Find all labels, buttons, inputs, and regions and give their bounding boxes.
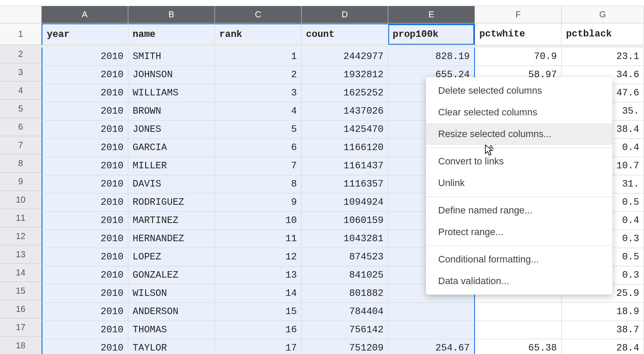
cell[interactable]: 14 [215,285,302,303]
cell[interactable]: 2010 [42,212,128,230]
cell[interactable]: 2010 [42,303,128,321]
cell[interactable]: 6 [215,139,302,157]
cell[interactable]: 38.7 [562,321,644,339]
row-header-13[interactable]: 13 [0,246,42,264]
cell[interactable]: 2010 [42,339,128,354]
cell[interactable]: 254.67 [388,339,475,354]
row-header-11[interactable]: 11 [0,209,42,227]
menu-item-protect-range[interactable]: Protect range... [426,221,612,243]
cell[interactable]: MARTINEZ [128,212,215,230]
column-header-A[interactable]: A [42,6,128,23]
menu-item-resize-selected-columns[interactable]: Resize selected columns... [426,123,612,145]
column-header-B[interactable]: B [128,6,215,23]
cell[interactable]: 1625252 [302,84,388,102]
row-header-8[interactable]: 8 [0,154,42,173]
cell[interactable]: 2010 [42,230,128,248]
column-header-F[interactable]: F [475,6,562,23]
cell[interactable]: 13 [215,266,302,285]
row-header-7[interactable]: 7 [0,136,42,154]
cell[interactable]: 2442977 [302,48,388,66]
menu-item-conditional-formatting[interactable]: Conditional formatting... [426,249,612,270]
cell[interactable]: 5 [215,121,302,139]
menu-item-data-validation[interactable]: Data validation... [426,270,612,292]
cell[interactable]: 1425470 [302,121,388,139]
cell[interactable]: 18.9 [562,303,644,321]
header-cell-rank[interactable]: rank [215,23,302,45]
cell[interactable]: 828.19 [388,48,475,66]
cell[interactable] [475,303,562,321]
cell[interactable]: 2010 [42,48,128,66]
cell[interactable]: 2010 [42,102,128,121]
cell[interactable] [388,303,475,321]
cell[interactable]: THOMAS [128,321,215,339]
cell[interactable]: 784404 [302,303,388,321]
cell[interactable]: SMITH [128,48,215,66]
select-all-corner[interactable] [0,6,42,23]
cell[interactable]: 28.4 [562,339,644,354]
cell[interactable]: HERNANDEZ [128,230,215,248]
menu-item-define-named-range[interactable]: Define named range... [426,200,612,221]
cell[interactable]: 16 [215,321,302,339]
menu-item-convert-to-links[interactable]: Convert to links [426,151,612,172]
cell[interactable]: BROWN [128,102,215,121]
row-header-9[interactable]: 9 [0,173,42,191]
cell[interactable]: 2010 [42,175,128,193]
cell[interactable]: 751209 [302,339,388,354]
cell[interactable]: WILSON [128,285,215,303]
row-header-4[interactable]: 4 [0,82,42,100]
cell[interactable]: TAYLOR [128,339,215,354]
cell[interactable]: 11 [215,230,302,248]
cell[interactable]: 15 [215,303,302,321]
cell[interactable]: 2010 [42,121,128,139]
cell[interactable] [475,321,562,339]
column-header-E[interactable]: E [388,6,475,23]
cell[interactable]: RODRIGUEZ [128,193,215,212]
cell[interactable]: 1094924 [302,193,388,212]
row-header-2[interactable]: 2 [0,45,42,63]
cell[interactable]: 2010 [42,66,128,84]
menu-item-clear-selected-columns[interactable]: Clear selected columns [426,102,612,123]
cell[interactable]: 23.1 [562,48,644,66]
cell[interactable]: 2010 [42,193,128,212]
column-header-D[interactable]: D [302,6,388,23]
cell[interactable]: GARCIA [128,139,215,157]
cell[interactable]: JOHNSON [128,66,215,84]
cell[interactable]: GONZALEZ [128,266,215,285]
row-header-3[interactable]: 3 [0,63,42,82]
cell[interactable]: 801882 [302,285,388,303]
menu-item-delete-selected-columns[interactable]: Delete selected columns [426,80,612,102]
cell[interactable]: 756142 [302,321,388,339]
cell[interactable]: 1 [215,48,302,66]
cell[interactable]: LOPEZ [128,248,215,266]
menu-item-unlink[interactable]: Unlink [426,172,612,194]
cell[interactable]: JONES [128,121,215,139]
cell[interactable]: 12 [215,248,302,266]
cell[interactable]: MILLER [128,157,215,175]
cell[interactable]: 3 [215,84,302,102]
column-header-G[interactable]: G [562,6,644,23]
cell[interactable]: 1166120 [302,139,388,157]
row-header-1[interactable]: 1 [0,23,42,45]
row-header-15[interactable]: 15 [0,282,42,300]
cell[interactable]: 70.9 [475,48,562,66]
cell[interactable]: 2 [215,66,302,84]
header-cell-name[interactable]: name [128,23,215,45]
header-cell-count[interactable]: count [302,23,388,45]
cell[interactable]: 1043281 [302,230,388,248]
cell[interactable]: 1060159 [302,212,388,230]
row-header-12[interactable]: 12 [0,227,42,246]
cell[interactable]: 4 [215,102,302,121]
cell[interactable]: 2010 [42,266,128,285]
cell[interactable]: WILLIAMS [128,84,215,102]
header-cell-pctwhite[interactable]: pctwhite [475,23,562,45]
row-header-10[interactable]: 10 [0,191,42,209]
cell[interactable]: 65.38 [475,339,562,354]
row-header-16[interactable]: 16 [0,300,42,318]
cell[interactable]: 8 [215,175,302,193]
cell[interactable]: 874523 [302,248,388,266]
cell[interactable] [388,321,475,339]
header-cell-pctblack[interactable]: pctblack [562,23,644,45]
cell[interactable]: 2010 [42,248,128,266]
cell[interactable]: 1437026 [302,102,388,121]
row-header-17[interactable]: 17 [0,318,42,337]
